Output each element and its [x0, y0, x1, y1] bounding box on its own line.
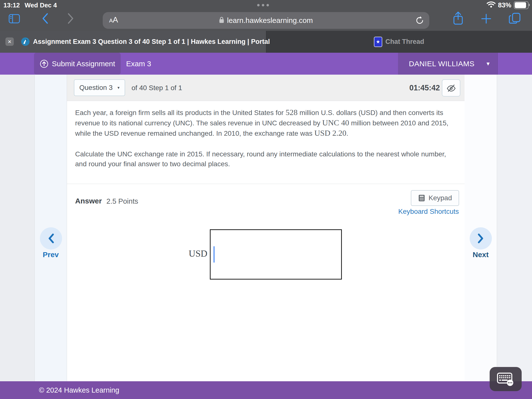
submit-assignment-button[interactable]: Submit Assignment [34, 53, 121, 75]
refresh-button[interactable] [415, 15, 425, 26]
tab-overview-button[interactable] [508, 12, 522, 25]
answer-points: 2.5 Points [106, 197, 138, 205]
multitask-indicator[interactable] [257, 4, 269, 6]
safari-chrome: 13:12 Wed Dec 4 83% [0, 0, 532, 31]
content-region: Prev Question 3 ▼ of 40 Step 1 of 1 01:4… [0, 75, 532, 381]
sidebar-toggle-button[interactable] [7, 13, 21, 25]
submit-assignment-label: Submit Assignment [52, 60, 115, 68]
question-card: Each year, a foreign firm sells all its … [67, 101, 465, 184]
tab-bar: ✕ Assignment Exam 3 Question 3 of 40 Ste… [0, 31, 532, 53]
chevron-right-icon [477, 233, 484, 244]
share-button[interactable] [451, 11, 465, 26]
eye-slash-icon [447, 84, 456, 92]
refresh-icon [415, 16, 424, 25]
keyboard-shortcuts-link[interactable]: Keyboard Shortcuts [396, 208, 459, 216]
keypad-label: Keypad [429, 194, 452, 202]
keypad-button[interactable]: Keypad [411, 190, 459, 206]
right-gutter [497, 75, 532, 381]
timer: 01:45:42 [409, 75, 440, 101]
question-panel: Question 3 ▼ of 40 Step 1 of 1 01:45:42 … [67, 75, 465, 381]
user-name: DANIEL WILLIAMS [409, 60, 474, 68]
prev-column: Prev [34, 75, 67, 381]
left-gutter [0, 75, 34, 381]
status-indicators: 83% [487, 1, 529, 9]
ipad-screen: 13:12 Wed Dec 4 83% [0, 0, 532, 399]
chevron-left-icon [48, 233, 54, 244]
footer: © 2024 Hawkes Learning [0, 381, 532, 399]
forward-button[interactable] [65, 12, 77, 25]
status-time: 13:12 [3, 1, 20, 9]
question-progress: of 40 Step 1 of 1 [132, 75, 182, 101]
battery-icon [514, 1, 529, 9]
next-button[interactable] [470, 227, 492, 249]
user-menu[interactable]: DANIEL WILLIAMS ▼ [398, 53, 498, 75]
question-paragraph-2: Calculate the UNC exchange rate in 2015.… [75, 149, 456, 169]
prev-label[interactable]: Prev [35, 250, 67, 259]
hide-timer-button[interactable] [442, 79, 460, 97]
reader-options-button[interactable]: AA [109, 15, 118, 24]
keypad-icon [418, 194, 425, 202]
caret-down-icon: ▼ [117, 86, 120, 90]
answer-input[interactable] [210, 229, 342, 280]
currency-label: USD [189, 248, 207, 259]
exam-title: Exam 3 [126, 53, 151, 75]
keyboard-icon [497, 372, 515, 386]
lock-icon [219, 17, 224, 24]
tabs-icon [509, 13, 521, 24]
sidebar-icon [9, 14, 20, 23]
status-date: Wed Dec 4 [25, 1, 57, 9]
new-tab-button[interactable] [480, 13, 493, 25]
wifi-icon [487, 1, 496, 9]
question-paragraph-1: Each year, a foreign firm sells all its … [75, 107, 456, 138]
tab-chat-thread[interactable]: ★ Chat Thread [266, 31, 532, 53]
close-tab-button[interactable]: ✕ [5, 37, 14, 46]
url-text: learn.hawkeslearning.com [227, 16, 313, 25]
assignment-header: Submit Assignment Exam 3 DANIEL WILLIAMS… [0, 53, 532, 75]
tab-assignment-title: Assignment Exam 3 Question 3 of 40 Step … [33, 38, 270, 46]
address-bar[interactable]: AA learn.hawkeslearning.com [103, 12, 429, 29]
next-column: Next [465, 75, 497, 381]
submit-arrow-icon [40, 59, 49, 68]
next-label[interactable]: Next [465, 250, 497, 259]
prev-button[interactable] [40, 227, 62, 249]
battery-percent: 83% [498, 1, 511, 9]
text-cursor [214, 246, 215, 263]
share-icon [452, 11, 464, 25]
answer-heading: Answer [75, 197, 102, 205]
question-selector-dropdown[interactable]: Question 3 ▼ [74, 79, 125, 96]
caret-down-icon: ▼ [485, 61, 491, 67]
copyright-text: © 2024 Hawkes Learning [39, 386, 119, 394]
question-toolbar: Question 3 ▼ of 40 Step 1 of 1 01:45:42 [67, 75, 465, 101]
tab-assignment[interactable]: ✕ Assignment Exam 3 Question 3 of 40 Ste… [0, 31, 266, 53]
hawkes-favicon [21, 37, 30, 46]
chevron-right-icon [67, 13, 74, 24]
chevron-left-icon [42, 13, 48, 24]
question-selector-label: Question 3 [79, 84, 113, 92]
show-keyboard-button[interactable] [490, 367, 522, 391]
chat-favicon: ★ [374, 37, 382, 47]
tab-chat-title: Chat Thread [385, 38, 424, 46]
back-button[interactable] [39, 12, 51, 25]
plus-icon [481, 13, 492, 24]
